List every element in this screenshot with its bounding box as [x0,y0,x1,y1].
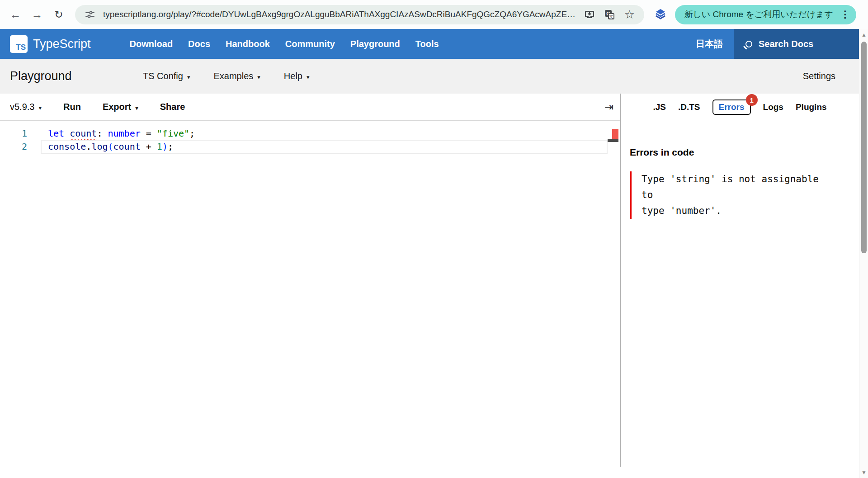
code-token: console [48,141,86,152]
code-token: ; [168,141,173,152]
version-dropdown[interactable]: v5.9.3▾ [10,102,42,112]
tab-dts[interactable]: .D.TS [678,102,700,112]
overview-ruler-error-mark [612,129,618,139]
site-navbar: TS TypeScript Download Docs Handbook Com… [0,29,859,59]
code-line-1: 1 let count: number = "five"; [0,127,620,140]
code-token: + [141,141,157,152]
svg-text:文: 文 [609,14,613,19]
forward-icon[interactable]: → [28,5,46,24]
sidebar-tabs: .JS .D.TS Errors1 Logs Plugins [621,94,859,121]
nav-item-community[interactable]: Community [285,39,335,49]
code-token: let [48,128,70,139]
install-app-icon[interactable] [583,8,596,21]
code-token: . [86,141,91,152]
code-token: log [91,141,108,152]
nav-item-download[interactable]: Download [130,39,173,49]
code-token: 1 [157,141,162,152]
scroll-up-icon[interactable]: ▲ [859,32,868,38]
search-docs-label: Search Docs [759,39,813,49]
export-dropdown[interactable]: Export▾ [103,102,138,112]
language-link[interactable]: 日本語 [696,38,723,50]
tab-errors[interactable]: Errors1 [712,99,751,115]
line-number: 1 [0,127,48,140]
page-scrollbar[interactable]: ▲ ▼ [859,29,868,478]
code-token: ) [162,141,168,152]
url-text: typescriptlang.org/play/?#code/DYUwLgBAx… [103,9,576,19]
overview-ruler-cursor-mark [608,139,618,142]
editor-toolbar: v5.9.3▾ Run Export▾ Share ⇥ [0,94,620,121]
code-text: let count: number = "five"; [48,127,195,140]
browser-toolbar: ← → ↻ typescriptlang.org/play/?#code/DYU… [0,0,868,29]
collapse-sidebar-icon[interactable]: ⇥ [604,101,613,114]
tab-js[interactable]: .JS [653,102,666,112]
code-text: console.log(count + 1); [48,140,173,153]
chevron-down-icon: ▾ [307,74,310,80]
nav-item-docs[interactable]: Docs [188,39,210,49]
typescript-logo[interactable]: TS [10,35,28,53]
run-button[interactable]: Run [63,102,81,112]
share-button[interactable]: Share [160,102,185,112]
menu-help[interactable]: Help▾ [284,71,310,81]
code-token-error: count [70,128,97,139]
code-token: "five" [157,128,189,139]
translate-icon[interactable]: G 文 [603,8,616,21]
extension-icon[interactable] [654,8,667,21]
nav-item-tools[interactable]: Tools [415,39,439,49]
line-number: 2 [0,140,48,153]
nav-item-playground[interactable]: Playground [350,39,400,49]
code-token: ; [189,128,195,139]
tab-logs[interactable]: Logs [763,102,783,112]
bookmark-star-icon[interactable]: ☆ [623,8,636,21]
nav-item-handbook[interactable]: Handbook [226,39,270,49]
code-token: : [97,128,108,139]
error-message-line: Type 'string' is not assignable to [642,171,835,203]
page-title: Playground [10,69,143,83]
menu-examples[interactable]: Examples▾ [213,71,260,81]
playground-header: Playground TS Config▾ Examples▾ Help▾ Se… [0,59,859,94]
playground-menus: TS Config▾ Examples▾ Help▾ [143,71,309,81]
chevron-down-icon: ▾ [257,74,260,80]
site-info-icon[interactable] [83,8,97,21]
code-token: number [108,128,140,139]
scroll-down-icon[interactable]: ▼ [859,469,868,476]
search-icon [745,41,752,47]
error-count-badge: 1 [746,94,758,106]
chevron-down-icon: ▾ [135,104,138,111]
results-sidebar: .JS .D.TS Errors1 Logs Plugins Errors in… [621,94,859,467]
code-line-2: 2 console.log(count + 1); [0,140,620,153]
search-docs-button[interactable]: Search Docs [734,29,859,59]
site-nav-links: Download Docs Handbook Community Playgro… [130,39,439,49]
address-bar[interactable]: typescriptlang.org/play/?#code/DYUwLgBAx… [75,5,644,24]
settings-button[interactable]: Settings [803,71,835,81]
site-title[interactable]: TypeScript [33,37,91,51]
code-token: count [113,141,141,152]
error-message: Type 'string' is not assignable to type … [630,171,835,219]
code-editor[interactable]: 1 let count: number = "five"; 2 console.… [0,121,620,467]
chevron-down-icon: ▾ [38,104,42,111]
code-token: ( [108,141,113,152]
workspace: v5.9.3▾ Run Export▾ Share ⇥ 1 let count:… [0,94,859,467]
chrome-update-label: 新しい Chrome をご利用いただけます [684,9,833,20]
scrollbar-thumb[interactable] [861,42,867,253]
menu-ts-config[interactable]: TS Config▾ [143,71,190,81]
chrome-update-button[interactable]: 新しい Chrome をご利用いただけます ⋮ [675,5,856,24]
back-icon[interactable]: ← [6,5,24,24]
errors-panel: Errors in code Type 'string' is not assi… [621,121,859,219]
editor-column: v5.9.3▾ Run Export▾ Share ⇥ 1 let count:… [0,94,621,467]
chevron-down-icon: ▾ [187,74,190,80]
code-token: = [141,128,157,139]
error-message-line: type 'number'. [642,203,835,219]
tab-plugins[interactable]: Plugins [796,102,827,112]
errors-panel-title: Errors in code [630,147,845,158]
browser-menu-icon[interactable]: ⋮ [840,9,850,20]
reload-icon[interactable]: ↻ [50,5,68,24]
